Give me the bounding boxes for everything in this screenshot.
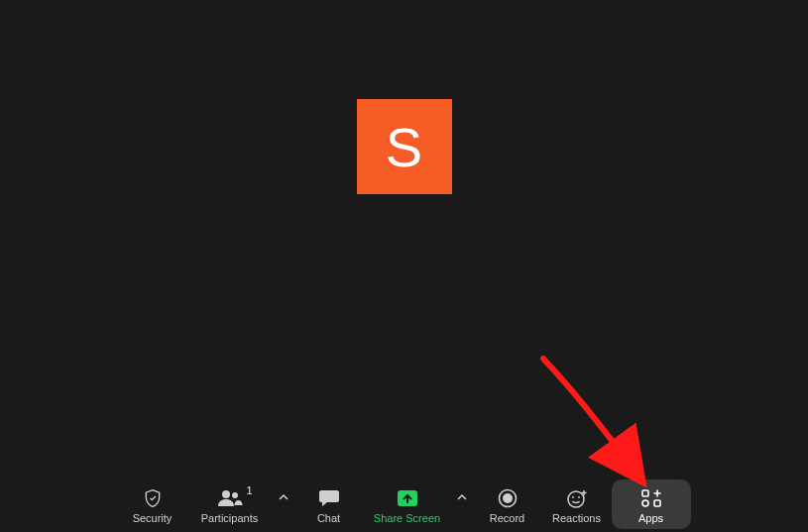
apps-icon — [641, 487, 661, 509]
svg-point-1 — [232, 492, 238, 498]
participants-icon: 1 — [217, 487, 243, 509]
meeting-toolbar: Security 1 Participants Chat — [0, 477, 808, 532]
svg-point-10 — [642, 500, 648, 506]
svg-point-6 — [572, 496, 574, 498]
chat-label: Chat — [317, 512, 340, 524]
reactions-icon — [566, 487, 588, 509]
participants-label: Participants — [201, 512, 258, 524]
avatar-initial: S — [386, 115, 422, 179]
svg-rect-9 — [654, 500, 660, 506]
record-icon — [498, 487, 518, 509]
svg-point-4 — [503, 493, 513, 503]
chevron-up-icon — [279, 494, 289, 500]
participants-menu-chevron[interactable] — [273, 473, 294, 522]
apps-label: Apps — [638, 512, 663, 524]
svg-point-5 — [568, 491, 584, 507]
apps-button[interactable]: Apps — [612, 479, 691, 529]
share-screen-icon — [397, 487, 418, 509]
shield-icon — [143, 487, 163, 509]
share-screen-button[interactable]: Share Screen — [364, 479, 451, 529]
video-area: S — [0, 0, 808, 477]
reactions-label: Reactions — [552, 512, 601, 524]
participant-avatar-tile: S — [357, 99, 452, 194]
chat-icon — [318, 487, 340, 509]
chat-button[interactable]: Chat — [294, 479, 364, 529]
security-button[interactable]: Security — [118, 479, 187, 529]
security-label: Security — [133, 512, 173, 524]
chevron-up-icon — [457, 494, 467, 500]
participants-count: 1 — [246, 484, 252, 496]
reactions-button[interactable]: Reactions — [542, 479, 612, 529]
record-button[interactable]: Record — [473, 479, 542, 529]
share-menu-chevron[interactable] — [451, 473, 473, 522]
svg-rect-8 — [642, 490, 648, 496]
svg-point-7 — [578, 496, 580, 498]
participants-button[interactable]: 1 Participants — [187, 479, 273, 529]
record-label: Record — [490, 512, 524, 524]
share-screen-label: Share Screen — [374, 512, 440, 524]
svg-point-0 — [222, 490, 230, 498]
